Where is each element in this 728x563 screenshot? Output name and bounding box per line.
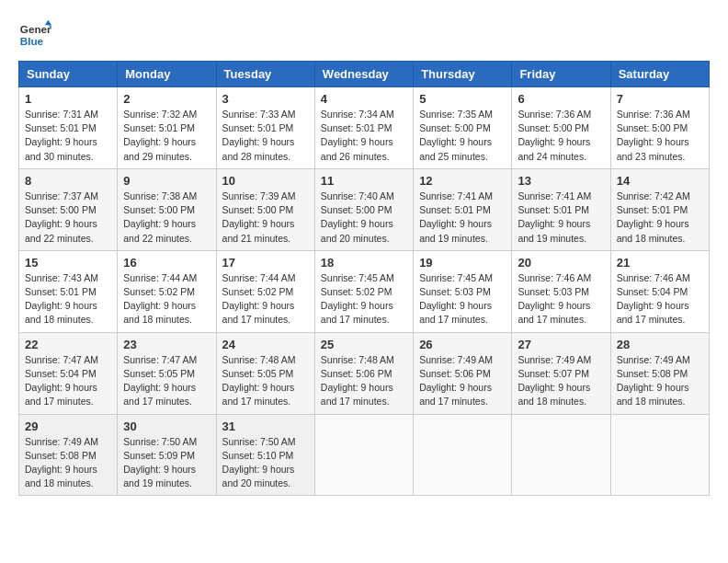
- calendar-cell: [512, 414, 610, 496]
- day-info: Sunrise: 7:47 AM Sunset: 5:04 PM Dayligh…: [25, 353, 111, 409]
- day-number: 26: [419, 338, 506, 351]
- calendar-cell: 16Sunrise: 7:44 AM Sunset: 5:02 PM Dayli…: [118, 250, 216, 332]
- day-info: Sunrise: 7:31 AM Sunset: 5:01 PM Dayligh…: [25, 108, 111, 164]
- day-info: Sunrise: 7:49 AM Sunset: 5:06 PM Dayligh…: [419, 353, 506, 409]
- day-number: 31: [222, 419, 309, 433]
- day-number: 27: [518, 338, 604, 351]
- calendar-week-5: 29Sunrise: 7:49 AM Sunset: 5:08 PM Dayli…: [19, 414, 710, 496]
- day-number: 11: [321, 174, 407, 188]
- calendar-cell: 31Sunrise: 7:50 AM Sunset: 5:10 PM Dayli…: [216, 414, 314, 496]
- day-number: 1: [25, 92, 111, 106]
- calendar-cell: 17Sunrise: 7:44 AM Sunset: 5:02 PM Dayli…: [216, 250, 314, 332]
- day-info: Sunrise: 7:46 AM Sunset: 5:04 PM Dayligh…: [617, 271, 703, 327]
- weekday-header-thursday: Thursday: [414, 62, 512, 87]
- calendar-cell: 27Sunrise: 7:49 AM Sunset: 5:07 PM Dayli…: [512, 332, 610, 414]
- day-info: Sunrise: 7:41 AM Sunset: 5:01 PM Dayligh…: [518, 190, 604, 246]
- day-info: Sunrise: 7:44 AM Sunset: 5:02 PM Dayligh…: [222, 271, 309, 327]
- day-number: 15: [25, 256, 111, 270]
- calendar-cell: [314, 414, 413, 496]
- day-number: 12: [419, 174, 506, 188]
- day-number: 20: [518, 256, 604, 270]
- day-number: 23: [123, 338, 210, 351]
- day-number: 9: [123, 174, 210, 188]
- day-number: 4: [321, 92, 407, 106]
- day-info: Sunrise: 7:45 AM Sunset: 5:02 PM Dayligh…: [321, 271, 407, 327]
- calendar-cell: 15Sunrise: 7:43 AM Sunset: 5:01 PM Dayli…: [19, 250, 118, 332]
- day-info: Sunrise: 7:49 AM Sunset: 5:08 PM Dayligh…: [25, 435, 111, 491]
- day-number: 3: [222, 92, 309, 106]
- day-info: Sunrise: 7:46 AM Sunset: 5:03 PM Dayligh…: [518, 271, 604, 327]
- day-number: 28: [617, 338, 703, 351]
- day-number: 14: [617, 174, 703, 188]
- weekday-header-sunday: Sunday: [19, 62, 118, 87]
- calendar-cell: [414, 414, 512, 496]
- header: General Blue: [18, 18, 710, 52]
- calendar-cell: [610, 414, 709, 496]
- day-number: 25: [321, 338, 407, 351]
- svg-text:Blue: Blue: [20, 35, 44, 47]
- day-info: Sunrise: 7:36 AM Sunset: 5:00 PM Dayligh…: [617, 108, 703, 164]
- day-info: Sunrise: 7:35 AM Sunset: 5:00 PM Dayligh…: [419, 108, 506, 164]
- day-number: 17: [222, 256, 309, 270]
- calendar: SundayMondayTuesdayWednesdayThursdayFrid…: [18, 61, 710, 496]
- calendar-cell: 1Sunrise: 7:31 AM Sunset: 5:01 PM Daylig…: [19, 87, 118, 169]
- calendar-week-4: 22Sunrise: 7:47 AM Sunset: 5:04 PM Dayli…: [19, 332, 710, 414]
- calendar-header-row: SundayMondayTuesdayWednesdayThursdayFrid…: [19, 62, 710, 87]
- day-info: Sunrise: 7:49 AM Sunset: 5:08 PM Dayligh…: [617, 353, 703, 409]
- logo: General Blue: [18, 18, 51, 52]
- day-number: 16: [123, 256, 210, 270]
- calendar-cell: 6Sunrise: 7:36 AM Sunset: 5:00 PM Daylig…: [512, 87, 610, 169]
- calendar-cell: 14Sunrise: 7:42 AM Sunset: 5:01 PM Dayli…: [610, 168, 709, 250]
- calendar-week-3: 15Sunrise: 7:43 AM Sunset: 5:01 PM Dayli…: [19, 250, 710, 332]
- calendar-cell: 23Sunrise: 7:47 AM Sunset: 5:05 PM Dayli…: [118, 332, 216, 414]
- calendar-cell: 22Sunrise: 7:47 AM Sunset: 5:04 PM Dayli…: [19, 332, 118, 414]
- day-info: Sunrise: 7:42 AM Sunset: 5:01 PM Dayligh…: [617, 190, 703, 246]
- day-number: 22: [25, 338, 111, 351]
- day-info: Sunrise: 7:49 AM Sunset: 5:07 PM Dayligh…: [518, 353, 604, 409]
- day-info: Sunrise: 7:36 AM Sunset: 5:00 PM Dayligh…: [518, 108, 604, 164]
- calendar-body: 1Sunrise: 7:31 AM Sunset: 5:01 PM Daylig…: [19, 87, 710, 496]
- weekday-header-wednesday: Wednesday: [314, 62, 413, 87]
- weekday-header-friday: Friday: [512, 62, 610, 87]
- day-info: Sunrise: 7:40 AM Sunset: 5:00 PM Dayligh…: [321, 190, 407, 246]
- day-info: Sunrise: 7:32 AM Sunset: 5:01 PM Dayligh…: [123, 108, 210, 164]
- day-number: 21: [617, 256, 703, 270]
- day-info: Sunrise: 7:33 AM Sunset: 5:01 PM Dayligh…: [222, 108, 309, 164]
- day-info: Sunrise: 7:39 AM Sunset: 5:00 PM Dayligh…: [222, 190, 309, 246]
- calendar-cell: 10Sunrise: 7:39 AM Sunset: 5:00 PM Dayli…: [216, 168, 314, 250]
- day-info: Sunrise: 7:44 AM Sunset: 5:02 PM Dayligh…: [123, 271, 210, 327]
- weekday-header-monday: Monday: [118, 62, 216, 87]
- day-info: Sunrise: 7:48 AM Sunset: 5:05 PM Dayligh…: [222, 353, 309, 409]
- calendar-cell: 3Sunrise: 7:33 AM Sunset: 5:01 PM Daylig…: [216, 87, 314, 169]
- weekday-header-tuesday: Tuesday: [216, 62, 314, 87]
- calendar-cell: 19Sunrise: 7:45 AM Sunset: 5:03 PM Dayli…: [414, 250, 512, 332]
- day-info: Sunrise: 7:50 AM Sunset: 5:09 PM Dayligh…: [123, 435, 210, 491]
- day-number: 8: [25, 174, 111, 188]
- calendar-cell: 21Sunrise: 7:46 AM Sunset: 5:04 PM Dayli…: [610, 250, 709, 332]
- day-number: 2: [123, 92, 210, 106]
- calendar-week-1: 1Sunrise: 7:31 AM Sunset: 5:01 PM Daylig…: [19, 87, 710, 169]
- day-number: 30: [123, 419, 210, 433]
- day-info: Sunrise: 7:38 AM Sunset: 5:00 PM Dayligh…: [123, 190, 210, 246]
- day-info: Sunrise: 7:43 AM Sunset: 5:01 PM Dayligh…: [25, 271, 111, 327]
- day-info: Sunrise: 7:41 AM Sunset: 5:01 PM Dayligh…: [419, 190, 506, 246]
- day-info: Sunrise: 7:45 AM Sunset: 5:03 PM Dayligh…: [419, 271, 506, 327]
- day-info: Sunrise: 7:37 AM Sunset: 5:00 PM Dayligh…: [25, 190, 111, 246]
- day-number: 18: [321, 256, 407, 270]
- day-info: Sunrise: 7:34 AM Sunset: 5:01 PM Dayligh…: [321, 108, 407, 164]
- calendar-cell: 28Sunrise: 7:49 AM Sunset: 5:08 PM Dayli…: [610, 332, 709, 414]
- calendar-cell: 8Sunrise: 7:37 AM Sunset: 5:00 PM Daylig…: [19, 168, 118, 250]
- day-number: 29: [25, 419, 111, 433]
- calendar-cell: 5Sunrise: 7:35 AM Sunset: 5:00 PM Daylig…: [414, 87, 512, 169]
- weekday-header-saturday: Saturday: [610, 62, 709, 87]
- day-number: 24: [222, 338, 309, 351]
- calendar-cell: 4Sunrise: 7:34 AM Sunset: 5:01 PM Daylig…: [314, 87, 413, 169]
- day-info: Sunrise: 7:48 AM Sunset: 5:06 PM Dayligh…: [321, 353, 407, 409]
- calendar-cell: 25Sunrise: 7:48 AM Sunset: 5:06 PM Dayli…: [314, 332, 413, 414]
- day-number: 6: [518, 92, 604, 106]
- logo-icon: General Blue: [18, 18, 51, 52]
- calendar-cell: 7Sunrise: 7:36 AM Sunset: 5:00 PM Daylig…: [610, 87, 709, 169]
- day-number: 10: [222, 174, 309, 188]
- calendar-cell: 11Sunrise: 7:40 AM Sunset: 5:00 PM Dayli…: [314, 168, 413, 250]
- calendar-cell: 20Sunrise: 7:46 AM Sunset: 5:03 PM Dayli…: [512, 250, 610, 332]
